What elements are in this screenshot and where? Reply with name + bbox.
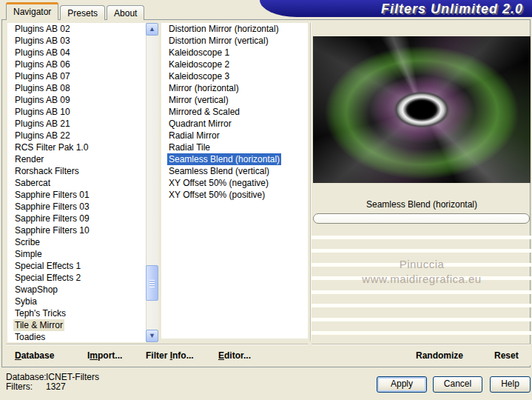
list-item[interactable]: Teph's Tricks bbox=[7, 307, 146, 319]
label-part: ditor... bbox=[224, 350, 251, 361]
filter-preview-image bbox=[313, 36, 531, 183]
list-item[interactable]: RCS Filter Pak 1.0 bbox=[7, 141, 146, 153]
category-scrollbar[interactable]: ▲ ▼ bbox=[146, 23, 158, 342]
toolbar-left: Database Import... Filter Info... Editor… bbox=[6, 344, 308, 365]
reset-button[interactable]: Reset bbox=[494, 350, 519, 361]
label-accel: E bbox=[218, 350, 224, 361]
category-list: Plugins AB 02Plugins AB 03Plugins AB 04P… bbox=[7, 23, 146, 342]
status-filters-label: Filters: bbox=[6, 382, 46, 392]
tab-navigator[interactable]: Navigator bbox=[6, 2, 58, 20]
list-item[interactable]: Plugins AB 03 bbox=[7, 35, 146, 47]
status-filters-value: 1327 bbox=[46, 381, 66, 392]
tab-about[interactable]: About bbox=[107, 5, 144, 20]
randomize-button[interactable]: Randomize bbox=[416, 350, 463, 361]
label-accel: D bbox=[15, 350, 21, 361]
list-item[interactable]: Plugins AB 22 bbox=[7, 130, 146, 141]
list-item[interactable]: Kaleidoscope 3 bbox=[161, 70, 308, 82]
list-item[interactable]: SwapShop bbox=[7, 284, 146, 296]
list-item[interactable]: Distortion Mirror (vertical) bbox=[161, 35, 308, 47]
cancel-button[interactable]: Cancel bbox=[433, 376, 482, 393]
label-part: Filter bbox=[146, 350, 170, 361]
watermark-line2: www.maidiregrafica.eu bbox=[313, 272, 531, 287]
scrollbar-thumb[interactable] bbox=[146, 265, 158, 301]
import-button[interactable]: Import... bbox=[87, 350, 122, 361]
list-item[interactable]: Toadies bbox=[7, 331, 146, 342]
list-item[interactable]: Distortion Mirror (horizontal) bbox=[161, 23, 308, 35]
status-bar: Database:ICNET-Filters Filters:1327 bbox=[6, 373, 99, 392]
label-part: nfo... bbox=[172, 350, 194, 361]
list-item[interactable]: Mirror (vertical) bbox=[161, 94, 308, 106]
list-item[interactable]: Mirror (horizontal) bbox=[161, 82, 308, 94]
list-item[interactable]: Plugins AB 08 bbox=[7, 82, 146, 94]
list-item[interactable]: XY Offset 50% (negative) bbox=[161, 177, 308, 189]
list-item[interactable]: Render bbox=[7, 153, 146, 165]
list-item[interactable]: Tile & Mirror bbox=[7, 319, 146, 331]
list-item[interactable]: Plugins AB 10 bbox=[7, 106, 146, 118]
label-accel: m bbox=[90, 350, 98, 361]
list-item[interactable]: Kaleidoscope 2 bbox=[161, 59, 308, 70]
list-item[interactable]: Sapphire Filters 03 bbox=[7, 201, 146, 213]
app-title: Filters Unlimited 2.0 bbox=[381, 1, 523, 16]
status-database-value: ICNET-Filters bbox=[46, 372, 99, 382]
list-item[interactable]: Scribe bbox=[7, 236, 146, 248]
list-item[interactable]: Kaleidoscope 1 bbox=[161, 47, 308, 59]
title-banner: Filters Unlimited 2.0 bbox=[260, 0, 532, 17]
apply-button[interactable]: Apply bbox=[377, 376, 427, 393]
list-item[interactable]: Mirrored & Scaled bbox=[161, 106, 308, 118]
list-item[interactable]: Plugins AB 02 bbox=[7, 23, 146, 35]
parameter-slider[interactable] bbox=[313, 213, 530, 224]
list-item[interactable]: Radial Tile bbox=[161, 141, 308, 153]
scroll-down-icon[interactable]: ▼ bbox=[146, 330, 158, 342]
list-item[interactable]: Special Effects 1 bbox=[7, 260, 146, 272]
filter-info-button[interactable]: Filter Info... bbox=[146, 350, 194, 361]
list-item[interactable]: Seamless Blend (vertical) bbox=[161, 165, 308, 177]
list-item[interactable]: Rorshack Filters bbox=[7, 165, 146, 177]
scroll-up-icon[interactable]: ▲ bbox=[146, 23, 158, 36]
watermark: Pinuccia www.maidiregrafica.eu bbox=[313, 257, 531, 287]
list-item[interactable]: Plugins AB 06 bbox=[7, 59, 146, 70]
filter-list: Distortion Mirror (horizontal)Distortion… bbox=[161, 23, 308, 339]
list-item[interactable]: Sabercat bbox=[7, 177, 146, 189]
list-item[interactable]: Sapphire Filters 01 bbox=[7, 189, 146, 201]
tab-bar: Navigator Presets About bbox=[6, 3, 146, 20]
label-part: port... bbox=[98, 350, 122, 361]
list-item[interactable]: Seamless Blend (horizontal) bbox=[161, 153, 308, 165]
parameter-rows bbox=[312, 236, 532, 338]
database-button[interactable]: Database bbox=[15, 350, 54, 361]
list-item[interactable]: Plugins AB 04 bbox=[7, 47, 146, 59]
editor-button[interactable]: Editor... bbox=[218, 350, 251, 361]
toolbar-right: Randomize Reset bbox=[312, 344, 531, 365]
list-item[interactable]: Special Effects 2 bbox=[7, 272, 146, 284]
list-item[interactable]: Plugins AB 09 bbox=[7, 94, 146, 106]
list-item[interactable]: Sapphire Filters 10 bbox=[7, 224, 146, 236]
list-item[interactable]: XY Offset 50% (positive) bbox=[161, 189, 308, 201]
list-item[interactable]: Quadrant Mirror bbox=[161, 118, 308, 130]
status-filters-row: Filters:1327 bbox=[6, 382, 99, 392]
selected-filter-caption: Seamless Blend (horizontal) bbox=[313, 199, 531, 210]
list-item[interactable]: Sybia bbox=[7, 296, 146, 307]
list-item[interactable]: Sapphire Filters 09 bbox=[7, 213, 146, 224]
list-item[interactable]: Simple bbox=[7, 248, 146, 260]
list-item[interactable]: Radial Mirror bbox=[161, 130, 308, 141]
list-item[interactable]: Plugins AB 07 bbox=[7, 70, 146, 82]
help-button[interactable]: Help bbox=[490, 376, 531, 393]
label-part: atabase bbox=[21, 350, 55, 361]
watermark-line1: Pinuccia bbox=[313, 257, 531, 272]
list-item[interactable]: Plugins AB 21 bbox=[7, 118, 146, 130]
tab-presets[interactable]: Presets bbox=[60, 5, 105, 20]
